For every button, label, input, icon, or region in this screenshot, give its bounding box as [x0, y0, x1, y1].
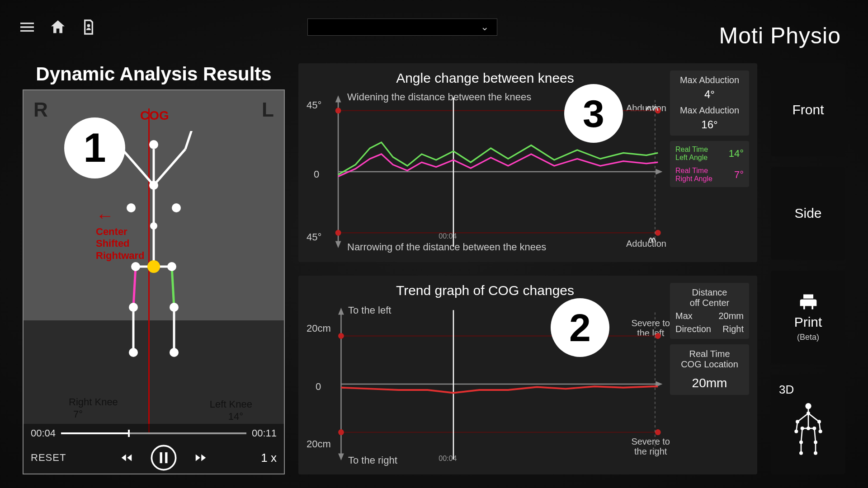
realtime-cog-box: Real Time COG Location 20mm	[670, 344, 749, 395]
print-button[interactable]: Print (Beta)	[771, 271, 845, 364]
svg-line-7	[133, 267, 136, 307]
time-current: 00:04	[31, 427, 56, 439]
knee-left-label: Left Knee	[210, 399, 252, 410]
video-left-marker: L	[262, 99, 274, 121]
svg-point-17	[131, 262, 140, 271]
svg-point-21	[129, 348, 138, 357]
svg-point-48	[655, 333, 661, 339]
svg-point-15	[150, 222, 157, 230]
svg-point-72	[807, 427, 810, 430]
svg-line-8	[172, 267, 174, 307]
svg-point-76	[814, 451, 817, 455]
svg-point-70	[800, 427, 804, 430]
callout-badge-3: 3	[564, 84, 623, 143]
chart1-title: Angle change between knees	[307, 70, 664, 86]
svg-point-20	[170, 303, 179, 312]
profile-icon[interactable]	[80, 18, 98, 36]
svg-marker-29	[335, 241, 341, 248]
knee-right-value: 7°	[73, 408, 83, 420]
svg-point-19	[129, 303, 138, 312]
knee-left-value: 14°	[228, 411, 243, 422]
chart2-title: Trend graph of COG changes	[307, 283, 664, 298]
svg-point-34	[335, 108, 341, 113]
svg-point-23	[147, 260, 160, 273]
svg-point-68	[794, 429, 798, 433]
svg-marker-42	[338, 453, 344, 460]
svg-point-22	[170, 348, 179, 357]
svg-point-35	[655, 108, 661, 113]
patient-dropdown[interactable]: ⌄	[307, 19, 497, 36]
svg-point-13	[127, 203, 136, 212]
svg-point-67	[817, 420, 821, 423]
max-abduction-box: Max Abduction 4° Max Adduction 16°	[670, 70, 749, 136]
svg-point-18	[167, 262, 176, 271]
svg-point-24	[151, 446, 175, 469]
pause-button[interactable]	[151, 445, 177, 471]
chart2-plot[interactable]: 2 20cm 0 20cm To the left To the right S…	[307, 302, 664, 466]
svg-point-14	[172, 203, 181, 212]
brand-title: Moti Physio	[719, 23, 841, 49]
svg-line-63	[814, 428, 816, 442]
svg-line-4	[185, 131, 194, 149]
svg-point-74	[814, 440, 817, 444]
svg-point-50	[655, 429, 661, 435]
knee-right-label: Right Knee	[69, 396, 118, 408]
page-title: Dynamic Analysis Results	[23, 63, 285, 85]
knee-angle-chart-card: Angle change between knees 3 45° 0 45° W…	[298, 63, 757, 262]
view-front-button[interactable]: Front	[771, 63, 845, 156]
video-viewport[interactable]: R L COG 1 ← Center Shifted Rightward	[23, 89, 285, 474]
rewind-button[interactable]	[119, 451, 134, 465]
svg-point-66	[796, 420, 799, 423]
svg-point-53	[806, 404, 811, 408]
svg-point-71	[812, 427, 816, 430]
video-right-marker: R	[33, 99, 48, 121]
speed-button[interactable]: 1 x	[261, 451, 277, 465]
print-icon	[797, 292, 820, 312]
svg-line-55	[797, 413, 808, 422]
chart1-plot[interactable]: 3 45° 0 45° Widening the distance betwee…	[307, 89, 664, 254]
svg-line-3	[154, 149, 185, 185]
realtime-angle-box: Real Time Left Angle14° Real Time Right …	[670, 141, 749, 187]
svg-marker-31	[656, 169, 662, 175]
svg-line-57	[808, 413, 819, 422]
svg-point-12	[149, 181, 158, 190]
home-icon[interactable]	[49, 18, 67, 36]
chevron-down-icon: ⌄	[481, 21, 489, 33]
fast-forward-button[interactable]	[193, 451, 208, 465]
svg-point-37	[655, 230, 661, 236]
menu-icon[interactable]	[18, 18, 36, 36]
view-side-button[interactable]: Side	[771, 167, 845, 260]
reset-button[interactable]: RESET	[31, 452, 66, 464]
svg-point-49	[338, 429, 344, 435]
svg-point-75	[799, 451, 803, 455]
svg-rect-25	[160, 452, 162, 463]
stick-figure-icon	[788, 401, 829, 455]
pose-skeleton-overlay	[90, 131, 217, 366]
cog-label: COG	[140, 108, 169, 123]
view-3d-button[interactable]: 3D	[771, 375, 845, 475]
svg-marker-28	[335, 95, 341, 103]
callout-badge-2: 2	[551, 298, 609, 357]
svg-point-47	[338, 333, 344, 339]
svg-point-73	[799, 440, 803, 444]
svg-marker-41	[338, 308, 344, 315]
time-total: 00:11	[252, 427, 277, 439]
video-seek-bar[interactable]	[61, 432, 246, 434]
svg-rect-26	[165, 452, 167, 463]
svg-line-1	[122, 149, 154, 185]
cog-trend-chart-card: Trend graph of COG changes 2 20cm 0 20cm…	[298, 276, 757, 474]
svg-point-36	[335, 230, 341, 236]
svg-point-65	[807, 411, 810, 415]
svg-point-69	[818, 429, 822, 433]
distance-off-center-box: Distance off Center Max20mm DirectionRig…	[670, 283, 749, 339]
svg-point-11	[149, 140, 158, 149]
svg-line-2	[113, 131, 122, 149]
svg-line-61	[801, 428, 802, 442]
